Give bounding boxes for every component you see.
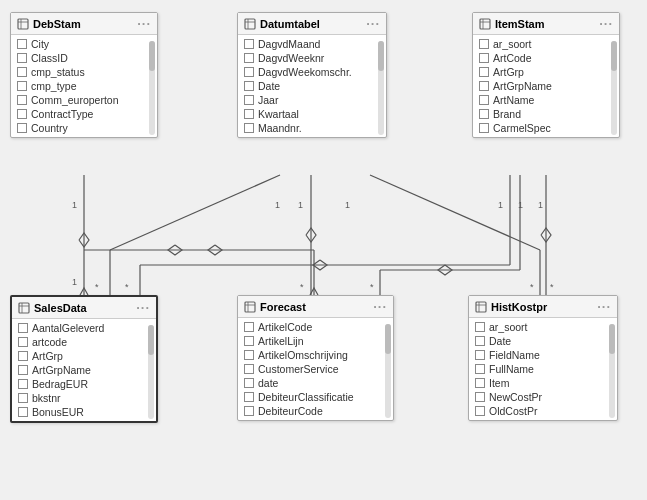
list-item: Maandnr. xyxy=(238,121,386,135)
field-icon xyxy=(244,109,254,119)
table-icon-histkostpr xyxy=(475,301,487,313)
field-icon xyxy=(17,53,27,63)
list-item: ArtCode xyxy=(473,51,619,65)
table-body-histkostpr: ar_soort Date FieldName FullName Item Ne… xyxy=(469,318,617,420)
list-item: ar_soort xyxy=(469,320,617,334)
table-histkostpr[interactable]: HistKostpr ··· ar_soort Date FieldName F… xyxy=(468,295,618,421)
list-item: Date xyxy=(469,334,617,348)
svg-text:1: 1 xyxy=(518,200,523,210)
field-icon xyxy=(244,39,254,49)
svg-text:1: 1 xyxy=(72,200,77,210)
scrollbar-datumtabel[interactable] xyxy=(378,41,384,135)
table-icon-salesdata xyxy=(18,302,30,314)
table-forecast[interactable]: Forecast ··· ArtikelCode ArtikelLijn Art… xyxy=(237,295,394,421)
field-icon xyxy=(244,95,254,105)
field-icon xyxy=(479,109,489,119)
field-icon xyxy=(475,336,485,346)
svg-text:*: * xyxy=(550,282,554,292)
scrollbar-thumb-salesdata xyxy=(148,325,154,355)
svg-rect-29 xyxy=(18,19,28,29)
field-icon xyxy=(479,53,489,63)
list-item: ArtName xyxy=(473,93,619,107)
scrollbar-thumb-histkostpr xyxy=(609,324,615,354)
svg-text:1: 1 xyxy=(345,200,350,210)
table-datumtabel[interactable]: Datumtabel ··· DagvdMaand DagvdWeeknr Da… xyxy=(237,12,387,138)
list-item: cmp_type xyxy=(11,79,157,93)
list-item: ClassID xyxy=(11,51,157,65)
field-icon xyxy=(244,53,254,63)
table-header-datumtabel: Datumtabel ··· xyxy=(238,13,386,35)
list-item: cmp_status xyxy=(11,65,157,79)
list-item: ArtikelLijn xyxy=(238,334,393,348)
field-icon xyxy=(18,351,28,361)
table-title-histkostpr: HistKostpr xyxy=(491,301,547,313)
table-menu-histkostpr[interactable]: ··· xyxy=(597,299,611,314)
table-header-debstam: DebStam ··· xyxy=(11,13,157,35)
scrollbar-thumb-datumtabel xyxy=(378,41,384,71)
list-item: ArtGrpName xyxy=(12,363,156,377)
table-menu-datumtabel[interactable]: ··· xyxy=(366,16,380,31)
scrollbar-salesdata[interactable] xyxy=(148,325,154,419)
svg-text:1: 1 xyxy=(538,200,543,210)
svg-text:*: * xyxy=(300,282,304,292)
scrollbar-debstam[interactable] xyxy=(149,41,155,135)
list-item: ArtikelCode xyxy=(238,320,393,334)
list-item: Jaar xyxy=(238,93,386,107)
table-title-itemstam: ItemStam xyxy=(495,18,545,30)
svg-text:1: 1 xyxy=(298,200,303,210)
svg-text:*: * xyxy=(370,282,374,292)
list-item: DebiteurClassificatie xyxy=(238,390,393,404)
list-item: BonusEUR xyxy=(12,405,156,419)
field-icon xyxy=(17,123,27,133)
table-menu-salesdata[interactable]: ··· xyxy=(136,300,150,315)
field-icon xyxy=(18,365,28,375)
table-salesdata[interactable]: SalesData ··· AantalGeleverd artcode Art… xyxy=(10,295,158,423)
field-icon xyxy=(18,393,28,403)
table-menu-debstam[interactable]: ··· xyxy=(137,16,151,31)
field-icon xyxy=(244,378,254,388)
svg-rect-44 xyxy=(476,302,486,312)
field-icon xyxy=(244,67,254,77)
field-icon xyxy=(244,81,254,91)
scrollbar-thumb-debstam xyxy=(149,41,155,71)
list-item: FullName xyxy=(469,362,617,376)
table-title-debstam: DebStam xyxy=(33,18,81,30)
table-title-datumtabel: Datumtabel xyxy=(260,18,320,30)
svg-text:1: 1 xyxy=(275,200,280,210)
scrollbar-itemstam[interactable] xyxy=(611,41,617,135)
list-item: City xyxy=(11,37,157,51)
field-icon xyxy=(17,109,27,119)
field-icon xyxy=(479,123,489,133)
field-icon xyxy=(18,337,28,347)
field-icon xyxy=(18,323,28,333)
list-item: ArtGrp xyxy=(12,349,156,363)
scrollbar-forecast[interactable] xyxy=(385,324,391,418)
table-icon-datumtabel xyxy=(244,18,256,30)
field-icon xyxy=(244,350,254,360)
table-menu-itemstam[interactable]: ··· xyxy=(599,16,613,31)
list-item: artcode xyxy=(12,335,156,349)
svg-text:*: * xyxy=(530,282,534,292)
field-icon xyxy=(479,39,489,49)
list-item: DagvdWeeknr xyxy=(238,51,386,65)
table-icon-itemstam xyxy=(479,18,491,30)
table-menu-forecast[interactable]: ··· xyxy=(373,299,387,314)
list-item: CarmelSpec xyxy=(473,121,619,135)
field-icon xyxy=(244,336,254,346)
field-icon xyxy=(479,67,489,77)
table-debstam[interactable]: DebStam ··· City ClassID cmp_status cmp_… xyxy=(10,12,158,138)
field-icon xyxy=(18,379,28,389)
table-title-salesdata: SalesData xyxy=(34,302,87,314)
table-title-forecast: Forecast xyxy=(260,301,306,313)
field-icon xyxy=(475,322,485,332)
table-body-itemstam: ar_soort ArtCode ArtGrp ArtGrpName ArtNa… xyxy=(473,35,619,137)
scrollbar-histkostpr[interactable] xyxy=(609,324,615,418)
list-item: OldCostPr xyxy=(469,404,617,418)
field-icon xyxy=(479,81,489,91)
field-icon xyxy=(18,407,28,417)
scrollbar-thumb-forecast xyxy=(385,324,391,354)
table-itemstam[interactable]: ItemStam ··· ar_soort ArtCode ArtGrp Art… xyxy=(472,12,620,138)
list-item: Comm_europerton xyxy=(11,93,157,107)
table-header-salesdata: SalesData ··· xyxy=(12,297,156,319)
list-item: CustomerService xyxy=(238,362,393,376)
